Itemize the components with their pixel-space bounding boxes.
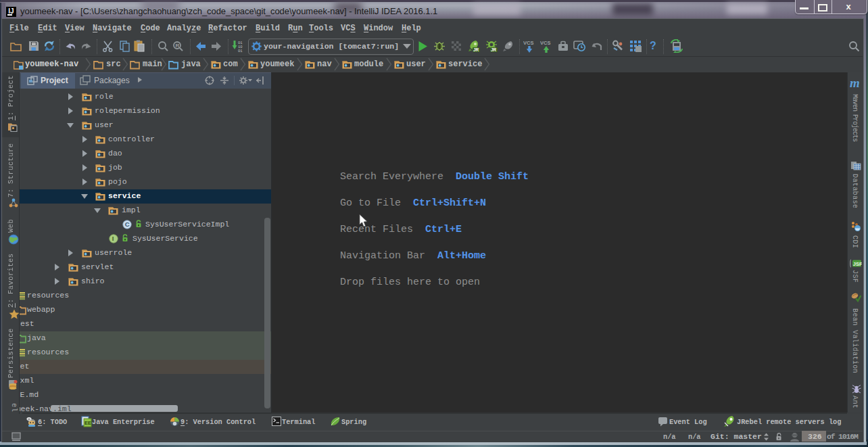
svg-text:VCS: VCS — [523, 40, 533, 46]
svg-text:JR: JR — [473, 47, 479, 52]
svg-text:01: 01 — [238, 49, 243, 52]
svg-text:EE: EE — [85, 420, 91, 426]
svg-text:JR: JR — [491, 47, 497, 52]
svg-text:VCS: VCS — [540, 40, 550, 46]
svg-text:R: R — [176, 43, 180, 49]
svg-text:JSF: JSF — [853, 261, 862, 267]
